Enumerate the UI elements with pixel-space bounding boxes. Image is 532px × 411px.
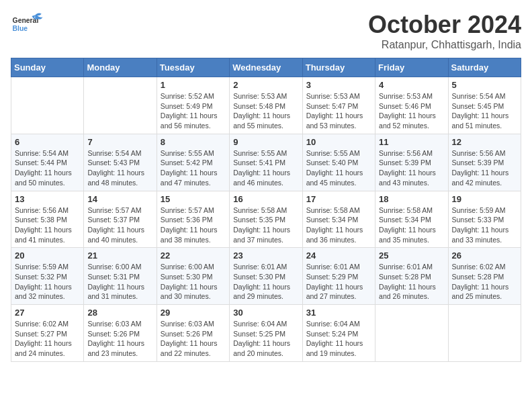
sunrise-text: Sunrise: 6:02 AM xyxy=(15,319,80,329)
cell-info: Sunrise: 6:04 AMSunset: 5:24 PMDaylight:… xyxy=(306,319,371,359)
calendar-cell: 31Sunrise: 6:04 AMSunset: 5:24 PMDayligh… xyxy=(302,305,375,362)
sunset-text: Sunset: 5:24 PM xyxy=(306,329,371,339)
calendar-table: SundayMondayTuesdayWednesdayThursdayFrid… xyxy=(11,58,521,362)
cell-info: Sunrise: 5:57 AMSunset: 5:36 PMDaylight:… xyxy=(161,205,226,245)
day-number: 2 xyxy=(233,80,298,90)
sunrise-text: Sunrise: 5:59 AM xyxy=(15,262,80,272)
day-number: 30 xyxy=(233,308,298,318)
sunrise-text: Sunrise: 5:58 AM xyxy=(379,205,444,216)
daylight-text: Daylight: 11 hours and 31 minutes. xyxy=(87,282,152,302)
calendar-cell: 15Sunrise: 5:57 AMSunset: 5:36 PMDayligh… xyxy=(157,191,229,248)
calendar-cell: 19Sunrise: 5:59 AMSunset: 5:33 PMDayligh… xyxy=(448,191,521,248)
sunset-text: Sunset: 5:48 PM xyxy=(233,101,298,111)
calendar-cell: 29Sunrise: 6:03 AMSunset: 5:26 PMDayligh… xyxy=(157,305,229,362)
daylight-text: Daylight: 11 hours and 56 minutes. xyxy=(161,111,226,130)
sunrise-text: Sunrise: 5:55 AM xyxy=(161,148,226,158)
sunrise-text: Sunrise: 6:01 AM xyxy=(306,262,371,272)
day-number: 19 xyxy=(452,194,517,204)
daylight-text: Daylight: 11 hours and 41 minutes. xyxy=(15,225,80,244)
sunset-text: Sunset: 5:30 PM xyxy=(161,272,226,282)
cell-info: Sunrise: 5:56 AMSunset: 5:39 PMDaylight:… xyxy=(452,148,517,188)
calendar-cell: 6Sunrise: 5:54 AMSunset: 5:44 PMDaylight… xyxy=(11,134,84,191)
sunrise-text: Sunrise: 5:57 AM xyxy=(161,205,226,216)
daylight-text: Daylight: 11 hours and 27 minutes. xyxy=(306,282,371,302)
cell-info: Sunrise: 5:56 AMSunset: 5:38 PMDaylight:… xyxy=(15,205,80,245)
cell-info: Sunrise: 5:54 AMSunset: 5:44 PMDaylight:… xyxy=(15,148,80,188)
calendar-cell: 20Sunrise: 5:59 AMSunset: 5:32 PMDayligh… xyxy=(11,248,84,305)
calendar-cell: 2Sunrise: 5:53 AMSunset: 5:48 PMDaylight… xyxy=(230,77,302,134)
sunset-text: Sunset: 5:38 PM xyxy=(15,215,80,225)
cell-info: Sunrise: 5:53 AMSunset: 5:48 PMDaylight:… xyxy=(233,91,298,131)
calendar-week-2: 6Sunrise: 5:54 AMSunset: 5:44 PMDaylight… xyxy=(11,134,521,191)
day-number: 13 xyxy=(15,194,80,204)
sunrise-text: Sunrise: 6:01 AM xyxy=(233,262,298,272)
sunset-text: Sunset: 5:30 PM xyxy=(233,272,298,282)
sunrise-text: Sunrise: 5:56 AM xyxy=(379,148,444,158)
cell-info: Sunrise: 6:00 AMSunset: 5:31 PMDaylight:… xyxy=(87,262,152,302)
sunset-text: Sunset: 5:39 PM xyxy=(379,158,444,168)
sunrise-text: Sunrise: 6:03 AM xyxy=(87,319,152,329)
sunrise-text: Sunrise: 5:56 AM xyxy=(15,205,80,216)
sunset-text: Sunset: 5:26 PM xyxy=(87,329,152,339)
daylight-text: Daylight: 11 hours and 36 minutes. xyxy=(306,225,371,244)
daylight-text: Daylight: 11 hours and 19 minutes. xyxy=(306,338,371,358)
sunset-text: Sunset: 5:36 PM xyxy=(161,215,226,225)
sunset-text: Sunset: 5:31 PM xyxy=(87,272,152,282)
cell-info: Sunrise: 5:57 AMSunset: 5:37 PMDaylight:… xyxy=(87,205,152,245)
daylight-text: Daylight: 11 hours and 55 minutes. xyxy=(233,111,298,130)
cell-info: Sunrise: 5:56 AMSunset: 5:39 PMDaylight:… xyxy=(379,148,444,188)
title-block: October 2024 Ratanpur, Chhattisgarh, Ind… xyxy=(368,11,521,51)
sunset-text: Sunset: 5:32 PM xyxy=(15,272,80,282)
daylight-text: Daylight: 11 hours and 50 minutes. xyxy=(15,168,80,187)
weekday-header-row: SundayMondayTuesdayWednesdayThursdayFrid… xyxy=(11,58,521,77)
cell-info: Sunrise: 6:00 AMSunset: 5:30 PMDaylight:… xyxy=(161,262,226,302)
cell-info: Sunrise: 5:54 AMSunset: 5:43 PMDaylight:… xyxy=(87,148,152,188)
day-number: 12 xyxy=(452,137,517,147)
calendar-cell: 5Sunrise: 5:54 AMSunset: 5:45 PMDaylight… xyxy=(448,77,521,134)
calendar-cell: 27Sunrise: 6:02 AMSunset: 5:27 PMDayligh… xyxy=(11,305,84,362)
day-number: 7 xyxy=(87,137,152,147)
calendar-cell: 23Sunrise: 6:01 AMSunset: 5:30 PMDayligh… xyxy=(230,248,302,305)
daylight-text: Daylight: 11 hours and 43 minutes. xyxy=(379,168,444,187)
cell-info: Sunrise: 5:53 AMSunset: 5:46 PMDaylight:… xyxy=(379,91,444,131)
day-number: 26 xyxy=(452,250,517,261)
day-number: 31 xyxy=(306,308,371,318)
sunset-text: Sunset: 5:25 PM xyxy=(233,329,298,339)
sunset-text: Sunset: 5:40 PM xyxy=(306,158,371,168)
daylight-text: Daylight: 11 hours and 48 minutes. xyxy=(87,168,152,187)
calendar-cell: 22Sunrise: 6:00 AMSunset: 5:30 PMDayligh… xyxy=(157,248,229,305)
sunrise-text: Sunrise: 5:54 AM xyxy=(87,148,152,158)
sunset-text: Sunset: 5:33 PM xyxy=(452,215,517,225)
sunrise-text: Sunrise: 5:57 AM xyxy=(87,205,152,216)
daylight-text: Daylight: 11 hours and 37 minutes. xyxy=(233,225,298,244)
sunrise-text: Sunrise: 6:02 AM xyxy=(452,262,517,272)
sunrise-text: Sunrise: 5:59 AM xyxy=(452,205,517,216)
sunrise-text: Sunrise: 5:52 AM xyxy=(161,91,226,101)
cell-info: Sunrise: 5:58 AMSunset: 5:34 PMDaylight:… xyxy=(306,205,371,245)
weekday-header-tuesday: Tuesday xyxy=(157,58,229,77)
calendar-cell: 13Sunrise: 5:56 AMSunset: 5:38 PMDayligh… xyxy=(11,191,84,248)
calendar-week-1: 1Sunrise: 5:52 AMSunset: 5:49 PMDaylight… xyxy=(11,77,521,134)
day-number: 29 xyxy=(161,308,226,318)
cell-info: Sunrise: 5:59 AMSunset: 5:33 PMDaylight:… xyxy=(452,205,517,245)
day-number: 22 xyxy=(161,250,226,261)
cell-info: Sunrise: 6:03 AMSunset: 5:26 PMDaylight:… xyxy=(161,319,226,359)
sunrise-text: Sunrise: 5:54 AM xyxy=(15,148,80,158)
calendar-cell: 14Sunrise: 5:57 AMSunset: 5:37 PMDayligh… xyxy=(84,191,157,248)
calendar-cell: 1Sunrise: 5:52 AMSunset: 5:49 PMDaylight… xyxy=(157,77,229,134)
daylight-text: Daylight: 11 hours and 30 minutes. xyxy=(161,282,226,302)
location: Ratanpur, Chhattisgarh, India xyxy=(368,39,521,51)
calendar-cell: 16Sunrise: 5:58 AMSunset: 5:35 PMDayligh… xyxy=(230,191,302,248)
day-number: 20 xyxy=(15,250,80,261)
sunrise-text: Sunrise: 6:00 AM xyxy=(161,262,226,272)
calendar-cell: 7Sunrise: 5:54 AMSunset: 5:43 PMDaylight… xyxy=(84,134,157,191)
sunrise-text: Sunrise: 6:04 AM xyxy=(233,319,298,329)
day-number: 16 xyxy=(233,194,298,204)
calendar-cell: 17Sunrise: 5:58 AMSunset: 5:34 PMDayligh… xyxy=(302,191,375,248)
logo-icon: General Blue xyxy=(11,11,44,38)
calendar-week-3: 13Sunrise: 5:56 AMSunset: 5:38 PMDayligh… xyxy=(11,191,521,248)
calendar-week-5: 27Sunrise: 6:02 AMSunset: 5:27 PMDayligh… xyxy=(11,305,521,362)
day-number: 5 xyxy=(452,80,517,90)
month-title: October 2024 xyxy=(368,11,521,39)
day-number: 9 xyxy=(233,137,298,147)
